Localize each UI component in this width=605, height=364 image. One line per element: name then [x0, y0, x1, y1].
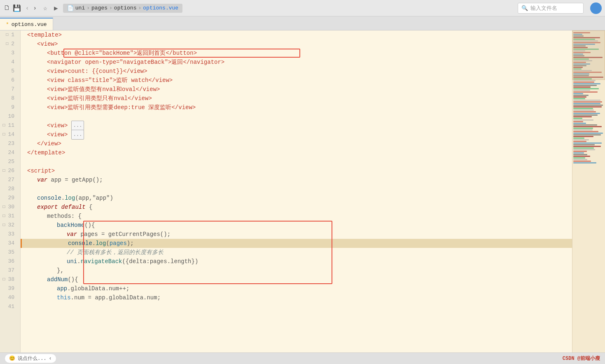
code-line-2: <view>	[21, 40, 572, 49]
token-obj: uni	[67, 257, 77, 266]
code-line-14: <view> ...	[21, 130, 572, 139]
code-line-25	[21, 157, 572, 166]
token-tag: <view class="title">监听 watch</view>	[47, 76, 173, 85]
window-controls[interactable]: 🗋 💾	[3, 5, 21, 12]
fold-icon-32[interactable]: □	[1, 223, 6, 228]
line-number-38: □38	[0, 275, 17, 284]
play-icon[interactable]: ▶	[52, 5, 60, 12]
breadcrumb-sep1: ›	[86, 5, 90, 11]
token-tag: <template>	[27, 30, 62, 40]
fold-icon-26[interactable]: □	[1, 168, 6, 173]
star-icon[interactable]: ☆	[42, 5, 49, 12]
code-line-39: app.globalData.num++;	[21, 284, 572, 293]
code-line-6: <view class="title">监听 watch</view>	[21, 76, 572, 85]
token-punct: (	[106, 239, 109, 248]
code-line-31: methods: {	[21, 212, 572, 221]
token-tag: <view>count: {{count}}</view>	[47, 67, 147, 76]
code-line-10	[21, 112, 572, 121]
breadcrumb-file: options.vue	[143, 5, 178, 11]
csdn-label: CSDN @前端小瘦	[563, 355, 600, 362]
back-arrow[interactable]: ‹	[24, 4, 30, 12]
token-obj: app	[57, 284, 67, 293]
line-number-37: 37	[0, 266, 17, 275]
nav-arrows[interactable]: ‹ ›	[24, 4, 38, 12]
code-line-8: <view>监听引用类型只有nval</view>	[21, 94, 572, 103]
code-line-3: <button @click="backHome">返回到首页</button>	[21, 49, 572, 58]
token-punct: .	[61, 194, 65, 203]
fold-icon-1[interactable]: □	[5, 33, 9, 37]
code-line-7: <view>监听值类型有nval和oval</view>	[21, 85, 572, 94]
line-number-27: 27	[0, 175, 17, 184]
token-tag: <view>监听值类型有nval和oval</view>	[47, 85, 160, 94]
token-var-kw: var	[37, 175, 47, 184]
fold-icon-14[interactable]: □	[1, 132, 6, 137]
line-number-23: 23	[0, 139, 17, 148]
chat-expand-icon: ‹	[49, 356, 52, 362]
breadcrumb: 📄 uni › pages › options › options.vue	[63, 4, 182, 13]
search-placeholder: 输入文件名	[530, 5, 557, 12]
line-number-5: 5	[0, 67, 17, 76]
line-number-31: □31	[0, 212, 17, 221]
line-number-6: 6	[0, 76, 17, 85]
line-number-4: 4	[0, 58, 17, 67]
line-number-25: 25	[0, 157, 17, 166]
token-tag: <script>	[27, 166, 55, 175]
line-number-26: □26	[0, 166, 17, 175]
line-number-1: □1	[0, 30, 17, 40]
fold-icon-11[interactable]: □	[1, 123, 6, 128]
token-tag: </view>	[37, 139, 61, 148]
collapse-indicator[interactable]: ...	[71, 121, 84, 131]
token-keyword2: this	[57, 293, 71, 302]
chat-icon: 😊	[9, 355, 15, 362]
titlebar: 🗋 💾 ‹ › ☆ ▶ 📄 uni › pages › options › op…	[0, 0, 605, 16]
code-line-27: var app = getApp();	[21, 175, 572, 184]
save-icon: 💾	[13, 5, 21, 12]
breadcrumb-uni: uni	[75, 5, 85, 11]
line-number-8: 8	[0, 94, 17, 103]
fold-icon-2[interactable]: □	[5, 42, 9, 47]
token-method: navigateBack	[81, 257, 122, 266]
line-number-11: □11	[0, 121, 17, 130]
token-method: log	[65, 194, 75, 203]
fold-icon-31[interactable]: □	[1, 214, 6, 219]
token-tag: <view>	[47, 130, 71, 139]
token-punct: {	[86, 203, 93, 212]
line-number-24: 24	[0, 148, 17, 157]
line-number-34: 34	[0, 239, 17, 248]
minimap	[572, 30, 605, 364]
token-obj: console	[37, 194, 61, 203]
line-number-29: 29	[0, 194, 17, 203]
tabbar: * options.vue	[0, 16, 605, 30]
breadcrumb-options: options	[114, 5, 137, 11]
tab-modified-indicator: *	[6, 21, 9, 28]
token-punct: (app,"app")	[75, 194, 113, 203]
token-punct: app = getApp();	[47, 175, 103, 184]
line-number-40: 40	[0, 293, 17, 302]
line-number-28: 28	[0, 184, 17, 194]
search-icon: 🔍	[521, 5, 528, 12]
code-area[interactable]: <template><view><button @click="backHome…	[21, 30, 572, 364]
token-method: log	[96, 239, 106, 248]
token-punct: .num = app.globalData.num;	[71, 293, 161, 302]
line-number-39: 39	[0, 284, 17, 293]
breadcrumb-sep3: ›	[138, 5, 141, 11]
token-tag: </template>	[27, 148, 65, 157]
code-line-9: <view>监听引用类型需要deep:true 深度监听</view>	[21, 103, 572, 112]
code-line-1: <template>	[21, 30, 572, 40]
chat-button[interactable]: 😊 说点什么... ‹	[5, 354, 56, 363]
fold-icon-30[interactable]: □	[1, 205, 6, 210]
token-fn-name: addNum	[47, 275, 68, 284]
code-line-4: <navigator open-type="navigateBack">返回</…	[21, 58, 572, 67]
token-punct: (){	[84, 221, 95, 230]
file-search[interactable]: 🔍 输入文件名	[518, 3, 584, 14]
code-line-11: <view> ...	[21, 121, 572, 130]
token-tag: <navigator open-type="navigateBack">返回</…	[47, 58, 224, 67]
code-line-40: this.num = app.globalData.num;	[21, 293, 572, 302]
fold-icon-38[interactable]: □	[1, 277, 6, 282]
code-line-28	[21, 184, 572, 194]
collapse-indicator[interactable]: ...	[71, 130, 84, 140]
line-number-7: 7	[0, 85, 17, 94]
tab-options-vue[interactable]: * options.vue	[0, 18, 53, 30]
forward-arrow[interactable]: ›	[31, 4, 38, 12]
tab-label: options.vue	[12, 21, 47, 28]
